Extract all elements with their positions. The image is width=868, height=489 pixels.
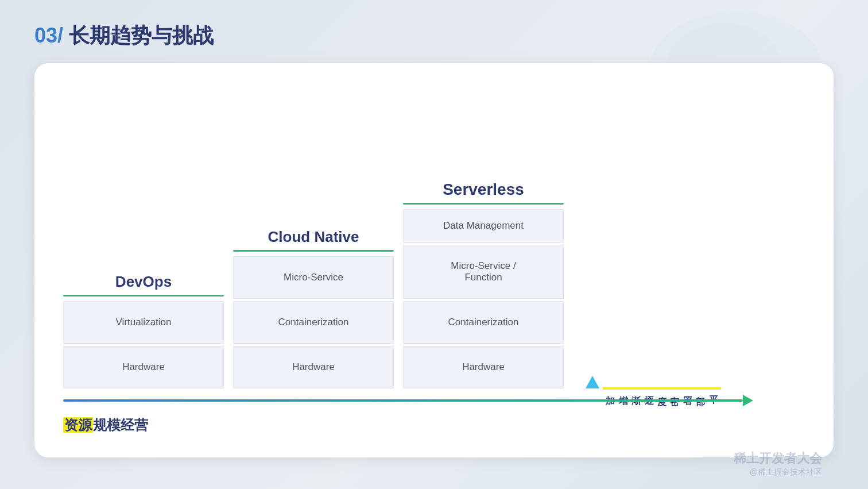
vertical-arrow-container: 平部署密度逐渐增加 — [569, 376, 615, 388]
title-number: 03/ — [34, 24, 63, 47]
cloudnative-cell-microservice: Micro-Service — [233, 256, 394, 299]
col-serverless: Serverless Data Management Micro-Service… — [403, 180, 564, 388]
serverless-cell-datamanagement: Data Management — [403, 209, 564, 242]
serverless-cell-hardware: Hardware — [403, 346, 564, 388]
watermark-sub: @稀土掘金技术社区 — [734, 467, 822, 478]
watermark-main: 稀土开发者大会 — [734, 450, 822, 467]
diagram-area: DevOps Virtualization Hardware Cloud Nat… — [63, 86, 805, 400]
serverless-cell-containerization: Containerization — [403, 301, 564, 344]
bottom-label-rest: 规模经营 — [93, 417, 148, 433]
devops-cell-hardware: Hardware — [63, 346, 224, 388]
title-text: 长期趋势与挑战 — [69, 24, 214, 47]
bottom-label: 资源规模经营 — [63, 416, 805, 434]
main-card: DevOps Virtualization Hardware Cloud Nat… — [34, 63, 834, 457]
horizontal-arrow-container — [63, 395, 753, 406]
bottom-label-highlight: 资源 — [63, 417, 93, 433]
vertical-label: 平部署密度逐渐增加 — [603, 387, 721, 390]
watermark: 稀土开发者大会 @稀土掘金技术社区 — [734, 450, 822, 478]
serverless-header: Serverless — [403, 180, 564, 205]
vertical-arrow-head — [586, 376, 599, 388]
page-title: 03/ 长期趋势与挑战 — [34, 22, 214, 50]
columns-container: DevOps Virtualization Hardware Cloud Nat… — [63, 86, 805, 400]
cloudnative-cell-containerization: Containerization — [233, 301, 394, 344]
cloudnative-header: Cloud Native — [233, 228, 394, 252]
devops-header: DevOps — [63, 273, 224, 297]
horizontal-arrow-line — [63, 399, 743, 402]
col-devops: DevOps Virtualization Hardware — [63, 273, 224, 388]
cloudnative-cell-hardware: Hardware — [233, 346, 394, 388]
horizontal-arrow-head — [743, 395, 753, 406]
serverless-cell-microservice-function: Micro-Service /Function — [403, 245, 564, 299]
col-cloudnative: Cloud Native Micro-Service Containerizat… — [233, 228, 394, 388]
devops-cell-virtualization: Virtualization — [63, 301, 224, 344]
